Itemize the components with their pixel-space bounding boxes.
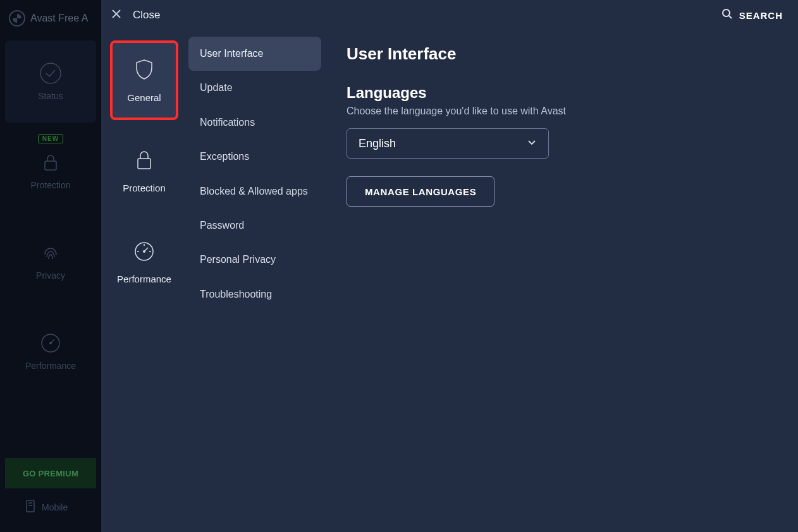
subnav-personal-privacy[interactable]: Personal Privacy (188, 243, 321, 277)
panel-body: General Protection Performance User Inte… (101, 30, 798, 532)
search-button[interactable]: SEARCH (721, 8, 783, 22)
shield-icon (134, 58, 154, 83)
category-general[interactable]: General (110, 40, 178, 120)
svg-rect-8 (138, 159, 150, 169)
main-nav: Status NEW Protection Privacy Performanc… (0, 38, 101, 396)
nav-label: Protection (30, 180, 70, 190)
settings-subnav: User Interface Update Notifications Exce… (188, 30, 321, 532)
settings-category-column: General Protection Performance (101, 30, 188, 532)
avast-logo-icon (9, 10, 25, 27)
subnav-exceptions[interactable]: Exceptions (188, 140, 321, 174)
subnav-blocked-allowed[interactable]: Blocked & Allowed apps (188, 174, 321, 209)
close-icon (111, 9, 121, 21)
svg-point-10 (143, 250, 145, 253)
fingerprint-icon (39, 241, 62, 264)
app-background-sidebar: Avast Free A Status NEW Protection Priva… (0, 0, 101, 532)
lock-icon (135, 150, 154, 174)
subnav-troubleshooting[interactable]: Troubleshooting (188, 277, 321, 311)
svg-point-0 (40, 63, 61, 83)
nav-item-privacy: Privacy (5, 218, 96, 303)
nav-label: Privacy (36, 270, 65, 281)
mobile-icon (25, 500, 35, 514)
search-label: SEARCH (739, 10, 783, 21)
category-protection[interactable]: Protection (110, 131, 178, 211)
subnav-update[interactable]: Update (188, 71, 321, 105)
lock-icon (39, 151, 62, 174)
subnav-user-interface[interactable]: User Interface (188, 37, 321, 71)
nav-label: Status (38, 91, 63, 101)
check-circle-icon (39, 62, 62, 85)
mobile-label: Mobile (42, 502, 68, 512)
go-premium-button: GO PREMIUM (5, 458, 96, 488)
chevron-down-icon (527, 137, 537, 150)
gauge-icon (39, 332, 62, 354)
close-button[interactable]: Close (111, 9, 160, 21)
nav-item-performance: Performance (5, 308, 96, 394)
nav-item-protection: NEW Protection (5, 128, 96, 213)
svg-point-7 (723, 9, 730, 16)
svg-rect-4 (27, 500, 34, 512)
settings-content: User Interface Languages Choose the lang… (321, 30, 798, 532)
section-description: Choose the language you'd like to use wi… (347, 106, 773, 117)
category-label: Protection (123, 183, 166, 193)
category-label: Performance (117, 274, 171, 284)
section-heading-languages: Languages (347, 84, 773, 102)
category-performance[interactable]: Performance (110, 222, 178, 302)
nav-label: Performance (25, 361, 76, 371)
search-icon (721, 8, 733, 22)
category-label: General (127, 92, 161, 103)
settings-panel: Close SEARCH General Protection (101, 0, 798, 532)
page-title: User Interface (347, 44, 773, 64)
nav-item-status: Status (5, 40, 96, 123)
app-logo-row: Avast Free A (0, 5, 101, 35)
close-label: Close (133, 9, 160, 21)
language-select[interactable]: English (347, 128, 549, 159)
panel-header: Close SEARCH (101, 0, 798, 30)
manage-languages-button[interactable]: MANAGE LANGUAGES (347, 176, 494, 207)
new-badge: NEW (38, 134, 63, 143)
subnav-notifications[interactable]: Notifications (188, 106, 321, 140)
svg-rect-1 (45, 161, 56, 170)
gauge-icon (133, 241, 155, 265)
app-title: Avast Free A (30, 13, 88, 24)
svg-point-3 (49, 342, 52, 344)
mobile-link: Mobile (0, 500, 101, 532)
subnav-password[interactable]: Password (188, 209, 321, 243)
language-selected-value: English (359, 137, 396, 150)
